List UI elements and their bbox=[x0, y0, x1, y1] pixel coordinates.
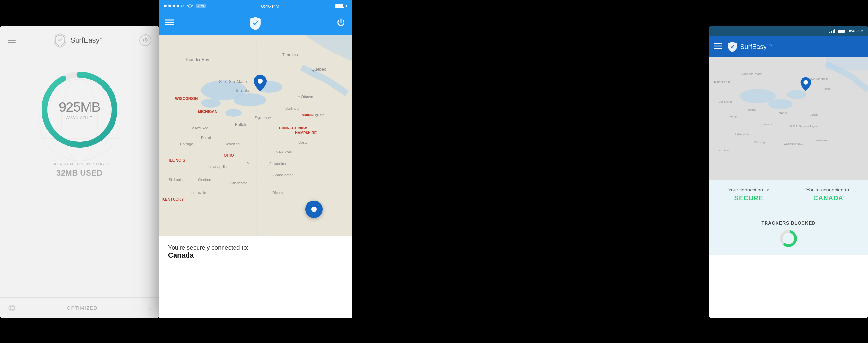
svg-text:St. Louis: St. Louis bbox=[719, 149, 729, 152]
nav-hamburger-button[interactable] bbox=[165, 19, 174, 28]
screen1-header: SurfEasy™ bbox=[0, 26, 159, 55]
data-usage-donut: 925MB AVAILABLE bbox=[37, 67, 122, 152]
nav-power-button[interactable] bbox=[336, 18, 345, 29]
footer-chevron-icon[interactable]: › bbox=[149, 304, 151, 312]
map-view[interactable]: Thunder Bay Timmins Quebec Sault Ste. Ma… bbox=[159, 35, 352, 236]
svg-text:Indianapolis: Indianapolis bbox=[735, 133, 749, 136]
svg-text:Timmins: Timmins bbox=[282, 52, 298, 57]
s3-nav-bar: SurfEasy ™ bbox=[709, 36, 868, 57]
logo-area: SurfEasy™ bbox=[52, 32, 102, 48]
hamburger-menu-button[interactable] bbox=[8, 38, 16, 43]
signal-bar-4 bbox=[834, 29, 835, 33]
s3-shield-icon bbox=[727, 41, 738, 53]
svg-text:Cincinnati: Cincinnati bbox=[198, 178, 213, 182]
s3-map-view[interactable]: Thunder Falls Sault Ste. Marie Ottawa Mo… bbox=[709, 57, 868, 180]
wifi-icon bbox=[187, 4, 193, 8]
svg-text:Boston: Boston bbox=[299, 141, 309, 145]
hamburger-line-3 bbox=[8, 42, 16, 43]
footer-globe-icon bbox=[8, 304, 16, 312]
svg-text:Des Moines: Des Moines bbox=[719, 100, 733, 103]
android-status-bar: 8:46 PM bbox=[709, 26, 868, 36]
svg-point-13 bbox=[190, 7, 190, 8]
s3-app-name: SurfEasy bbox=[740, 43, 767, 51]
s3-pin-svg bbox=[800, 76, 812, 92]
svg-text:Detroit: Detroit bbox=[201, 136, 212, 139]
svg-text:Augusta: Augusta bbox=[810, 125, 819, 127]
connection-info: You're securely connected to: Canada bbox=[159, 236, 352, 266]
signal-bar-3 bbox=[833, 30, 834, 33]
screens-container: SurfEasy™ bbox=[0, 0, 868, 343]
map-svg-background: Thunder Bay Timmins Quebec Sault Ste. Ma… bbox=[159, 35, 352, 236]
hamburger-icon bbox=[165, 19, 174, 26]
used-label: 32MB USED bbox=[56, 168, 102, 178]
dot-2 bbox=[168, 4, 171, 7]
toronto-map-pin[interactable] bbox=[253, 74, 267, 93]
s3-hamburger-button[interactable] bbox=[714, 43, 722, 51]
connected-text: You're securely connected to: bbox=[168, 244, 343, 251]
s3-connection-value: SECURE bbox=[716, 194, 782, 202]
nav-shield-logo bbox=[248, 16, 262, 31]
s3-connected-value: CANADA bbox=[795, 194, 862, 202]
svg-rect-67 bbox=[826, 57, 868, 70]
svg-text:Washington D.C.: Washington D.C. bbox=[784, 143, 803, 145]
svg-text:Thunder Falls: Thunder Falls bbox=[712, 81, 731, 84]
s3-trademark: ™ bbox=[769, 43, 773, 48]
status-time: 8:46 PM bbox=[261, 3, 279, 9]
svg-text:Cleveland: Cleveland bbox=[761, 123, 773, 126]
power-button[interactable] bbox=[140, 34, 151, 46]
battery-bar bbox=[335, 4, 344, 8]
trackers-section: TRACKERS BLOCKED bbox=[709, 216, 868, 255]
svg-text:• Washington: • Washington bbox=[273, 173, 293, 177]
nav-bar bbox=[159, 12, 352, 35]
svg-text:KENTUCKY: KENTUCKY bbox=[162, 197, 184, 201]
svg-text:Chicago: Chicago bbox=[728, 115, 738, 118]
status-bar: VPN 8:46 PM bbox=[159, 0, 352, 12]
svg-text:• Ottawa: • Ottawa bbox=[299, 95, 313, 99]
donut-center-text: 925MB AVAILABLE bbox=[59, 99, 100, 120]
svg-point-19 bbox=[234, 93, 266, 106]
svg-point-64 bbox=[740, 89, 776, 103]
svg-point-85 bbox=[803, 81, 808, 85]
power-icon bbox=[143, 37, 148, 43]
s3-connection-status: Your connection is: SECURE You're connec… bbox=[709, 180, 868, 216]
s3-connected-label: You're connected to: bbox=[795, 187, 862, 192]
s3-logo-area: SurfEasy ™ bbox=[727, 41, 773, 53]
s3-divider bbox=[788, 190, 789, 210]
svg-text:Sault Ste. Marie: Sault Ste. Marie bbox=[219, 80, 247, 84]
svg-text:Toronto: Toronto bbox=[777, 111, 787, 115]
svg-text:OHIO: OHIO bbox=[224, 153, 234, 158]
hamburger-line-2 bbox=[8, 40, 16, 40]
s3-connection-label: Your connection is: bbox=[716, 187, 782, 192]
s3-connected-block: You're connected to: CANADA bbox=[795, 187, 862, 202]
s3-map-svg: Thunder Falls Sault Ste. Marie Ottawa Mo… bbox=[709, 57, 868, 180]
s3-hamburger-icon bbox=[714, 43, 722, 49]
svg-text:WISCONSIN: WISCONSIN bbox=[175, 96, 197, 101]
svg-point-65 bbox=[768, 99, 793, 110]
svg-text:Burlington: Burlington bbox=[285, 106, 302, 110]
svg-text:St. Louis: St. Louis bbox=[169, 178, 183, 182]
svg-text:Chicago: Chicago bbox=[180, 142, 193, 146]
battery-fill bbox=[335, 4, 343, 7]
surfeasy-shield-icon bbox=[52, 32, 68, 48]
screen3-android-surfeasy: 8:46 PM SurfEasy ™ bbox=[709, 26, 868, 318]
s3-battery-tip bbox=[846, 31, 846, 32]
screen1-body: 925MB AVAILABLE DATA RENEWS IN 7 DAYS 32… bbox=[0, 55, 159, 184]
svg-text:New York: New York bbox=[816, 139, 828, 142]
svg-text:Philadelphia: Philadelphia bbox=[269, 162, 289, 165]
pin-svg bbox=[253, 74, 267, 92]
svg-text:Richmond: Richmond bbox=[273, 191, 289, 195]
trackers-title: TRACKERS BLOCKED bbox=[716, 220, 862, 225]
signal-bar-2 bbox=[831, 31, 832, 33]
svg-text:ILLINOIS: ILLINOIS bbox=[169, 158, 185, 163]
s3-battery-fill bbox=[838, 30, 845, 33]
svg-text:Pittsburgh: Pittsburgh bbox=[754, 141, 766, 144]
svg-text:Pittsburgh: Pittsburgh bbox=[247, 162, 263, 165]
signal-bar-1 bbox=[829, 32, 830, 33]
dot-4 bbox=[177, 4, 179, 7]
us-location-pin[interactable] bbox=[305, 200, 323, 218]
svg-text:Charleston: Charleston bbox=[230, 181, 247, 185]
svg-text:Cleveland: Cleveland bbox=[224, 142, 240, 146]
s3-map-pin[interactable] bbox=[800, 76, 812, 93]
trackers-donut-chart bbox=[779, 229, 798, 248]
signal-dots: VPN bbox=[164, 4, 206, 8]
